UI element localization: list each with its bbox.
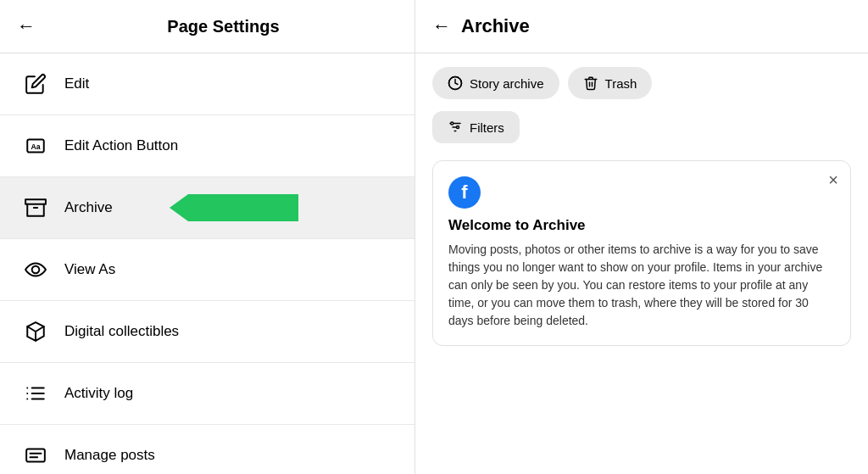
- menu-item-manage-posts[interactable]: Manage posts: [0, 425, 415, 474]
- svg-rect-2: [25, 199, 46, 204]
- filters-button[interactable]: Filters: [432, 111, 520, 143]
- edit-action-button-label: Edit Action Button: [64, 137, 178, 154]
- trash-icon: [583, 75, 598, 91]
- view-as-icon: [20, 254, 51, 285]
- archive-buttons-row: Story archive Trash: [432, 67, 851, 99]
- manage-posts-label: Manage posts: [64, 447, 155, 464]
- menu-item-edit[interactable]: Edit: [0, 53, 415, 115]
- arrow-indicator: [170, 194, 298, 221]
- edit-icon: [20, 69, 51, 99]
- story-archive-icon: [448, 75, 463, 91]
- svg-text:Aa: Aa: [31, 142, 41, 151]
- archive-label: Archive: [64, 199, 113, 216]
- archive-title: Archive: [461, 15, 530, 37]
- digital-collectibles-icon: [20, 316, 51, 347]
- svg-point-20: [457, 126, 459, 129]
- welcome-card: × f Welcome to Archive Moving posts, pho…: [432, 160, 851, 346]
- right-panel: ← Archive Story archive: [415, 0, 868, 474]
- archive-icon: [20, 192, 51, 223]
- left-back-button[interactable]: ←: [17, 15, 36, 37]
- manage-posts-icon: [20, 440, 51, 471]
- view-as-label: View As: [64, 261, 115, 278]
- svg-point-4: [32, 266, 40, 274]
- right-header: ← Archive: [415, 0, 868, 53]
- story-archive-button[interactable]: Story archive: [432, 67, 559, 99]
- edit-action-button-icon: Aa: [20, 131, 51, 161]
- left-panel: ← Page Settings Edit Aa Edit Action Butt…: [0, 0, 415, 474]
- svg-point-19: [451, 122, 453, 125]
- page-settings-title: Page Settings: [49, 17, 398, 36]
- digital-collectibles-label: Digital collectibles: [64, 323, 179, 340]
- activity-log-icon: [20, 378, 51, 409]
- facebook-logo: f: [448, 176, 481, 209]
- svg-rect-11: [26, 449, 45, 461]
- filters-icon: [448, 120, 463, 135]
- menu-item-edit-action-button[interactable]: Aa Edit Action Button: [0, 115, 415, 177]
- menu-item-archive[interactable]: Archive: [0, 177, 415, 239]
- welcome-card-title: Welcome to Archive: [448, 217, 835, 234]
- right-back-button[interactable]: ←: [432, 15, 451, 37]
- story-archive-label: Story archive: [470, 76, 544, 91]
- trash-button[interactable]: Trash: [568, 67, 653, 99]
- trash-label: Trash: [605, 76, 637, 91]
- left-header: ← Page Settings: [0, 0, 415, 53]
- right-content: Story archive Trash: [415, 53, 868, 474]
- menu-item-view-as[interactable]: View As: [0, 239, 415, 301]
- activity-log-label: Activity log: [64, 385, 133, 402]
- menu-item-activity-log[interactable]: Activity log: [0, 363, 415, 425]
- menu-item-digital-collectibles[interactable]: Digital collectibles: [0, 301, 415, 363]
- filters-label: Filters: [470, 120, 504, 135]
- welcome-card-text: Moving posts, photos or other items to a…: [448, 241, 835, 330]
- welcome-card-close-button[interactable]: ×: [828, 171, 838, 188]
- edit-label: Edit: [64, 75, 89, 92]
